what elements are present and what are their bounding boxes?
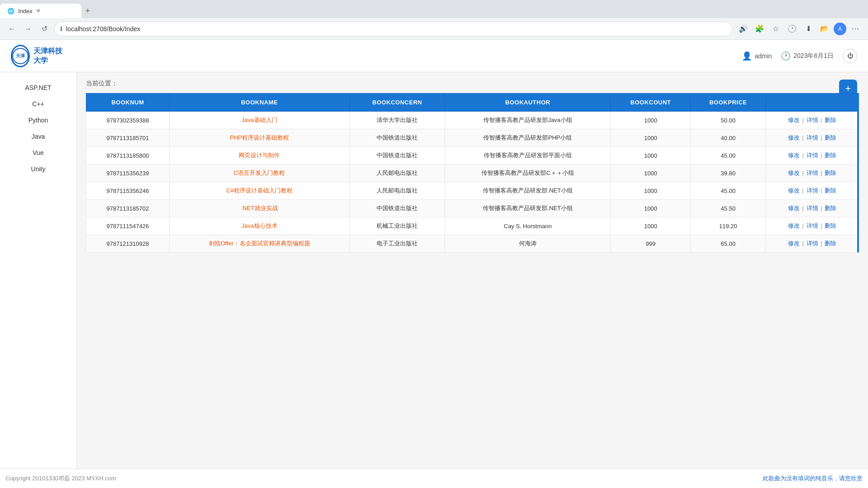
table-row: 9787115356246C#程序设计基础入门教程人民邮电出版社传智播客高教产品… — [86, 182, 859, 200]
sidebar-item-java[interactable]: Java — [0, 128, 76, 145]
tab-favicon: 🌐 — [7, 8, 14, 14]
col-bookconcern: BOOKCONCERN — [349, 94, 445, 112]
cell-bookconcern: 电子工业出版社 — [349, 235, 445, 253]
cell-booknum: 9787121310928 — [86, 235, 170, 253]
sidebar-item-cpp[interactable]: C++ — [0, 96, 76, 112]
tab-close-btn[interactable]: ✕ — [36, 8, 41, 14]
admin-label: admin — [755, 52, 772, 60]
detail-link[interactable]: 详情 — [807, 134, 818, 141]
cell-bookname: Java基础入门 — [169, 112, 349, 129]
col-bookauthor: BOOKAUTHOR — [445, 94, 611, 112]
cell-actions: 修改 | 详情 | 删除 — [766, 200, 859, 217]
favorites-btn[interactable]: ☆ — [769, 22, 783, 36]
edit-link[interactable]: 修改 — [788, 134, 800, 141]
delete-link[interactable]: 删除 — [825, 205, 836, 211]
user-avatar[interactable]: A — [834, 23, 846, 35]
delete-link[interactable]: 删除 — [825, 240, 836, 247]
detail-link[interactable]: 详情 — [807, 187, 818, 194]
address-bar[interactable]: ℹ localhost:2708/Book/Index — [54, 22, 732, 36]
cell-bookname: C#程序设计基础入门教程 — [169, 182, 349, 200]
col-bookcount: BOOKCOUNT — [611, 94, 691, 112]
app-footer: Copyright 20101330邓磊 2023 MYXH.com 此歌曲为没… — [0, 469, 868, 488]
edit-link[interactable]: 修改 — [788, 152, 800, 159]
sidebar-item-vue[interactable]: Vue — [0, 145, 76, 161]
edit-link[interactable]: 修改 — [788, 169, 800, 176]
cell-booknum: 9787115356239 — [86, 164, 170, 182]
cell-booknum: 9787113185701 — [86, 129, 170, 147]
cell-bookauthor: 传智播客高教产品研发部C＋＋小组 — [445, 164, 611, 182]
book-table: BOOKNUM BOOKNAME BOOKCONCERN BOOKAUTHOR … — [86, 93, 859, 253]
more-btn[interactable]: ⋯ — [848, 22, 863, 36]
cell-actions: 修改 | 详情 | 删除 — [766, 217, 859, 235]
header-date: 🕐 2023年6月1日 — [781, 51, 834, 61]
cell-bookconcern: 人民邮电出版社 — [349, 164, 445, 182]
cell-bookconcern: 机械工业出版社 — [349, 217, 445, 235]
new-tab-btn[interactable]: + — [81, 5, 94, 17]
cell-bookconcern: 中国铁道出版社 — [349, 200, 445, 217]
detail-link[interactable]: 详情 — [807, 240, 818, 247]
cell-bookauthor: 传智播客高教产品研发部平面小组 — [445, 147, 611, 164]
delete-link[interactable]: 删除 — [825, 169, 836, 176]
header-right: 👤 admin 🕐 2023年6月1日 ⏻ — [742, 49, 857, 63]
cell-actions: 修改 | 详情 | 删除 — [766, 235, 859, 253]
cell-bookname: C语言开发入门教程 — [169, 164, 349, 182]
detail-link[interactable]: 详情 — [807, 152, 818, 159]
back-btn[interactable]: ← — [5, 23, 18, 35]
delete-link[interactable]: 删除 — [825, 222, 836, 229]
col-actions — [766, 94, 859, 112]
music-notice: 此歌曲为没有填词的纯音乐，请您欣赏 — [763, 474, 863, 483]
cell-bookauthor: 传智播客高教产品研发部.NET小组 — [445, 182, 611, 200]
browser-tab[interactable]: 🌐 Index ✕ — [0, 4, 81, 18]
detail-link[interactable]: 详情 — [807, 169, 818, 176]
cell-bookname: 网页设计与制作 — [169, 147, 349, 164]
cell-booknum: 9787113185702 — [86, 200, 170, 217]
read-aloud-btn[interactable]: 🔊 — [736, 22, 750, 36]
cell-actions: 修改 | 详情 | 删除 — [766, 129, 859, 147]
cell-bookconcern: 中国铁道出版社 — [349, 147, 445, 164]
sidebar-item-unity[interactable]: Unity — [0, 161, 76, 177]
sidebar-item-aspnet[interactable]: ASP.NET — [0, 80, 76, 96]
power-btn[interactable]: ⏻ — [843, 49, 857, 63]
table-row: 9787111547426Java核心技术机械工业出版社Cay S. Horst… — [86, 217, 859, 235]
col-bookprice: BOOKPRICE — [691, 94, 766, 112]
app-header: 天津 天津科技大学 👤 admin 🕐 2023年6月1日 ⏻ — [0, 40, 868, 72]
clock-icon: 🕐 — [781, 51, 791, 61]
edit-link[interactable]: 修改 — [788, 205, 800, 211]
history-btn[interactable]: 🕐 — [785, 22, 799, 36]
delete-link[interactable]: 删除 — [825, 117, 836, 123]
cell-bookprice: 45.00 — [691, 147, 766, 164]
forward-btn[interactable]: → — [22, 23, 34, 35]
table-row: 9787113185702.NET就业实战中国铁道出版社传智播客高教产品研发部.… — [86, 200, 859, 217]
cell-actions: 修改 | 详情 | 删除 — [766, 112, 859, 129]
date-label: 2023年6月1日 — [793, 52, 834, 60]
sidebar-item-python[interactable]: Python — [0, 112, 76, 128]
cell-bookcount: 1000 — [611, 217, 691, 235]
edit-link[interactable]: 修改 — [788, 240, 800, 247]
edit-link[interactable]: 修改 — [788, 117, 800, 123]
cell-booknum: 9787115356246 — [86, 182, 170, 200]
collections-btn[interactable]: 📂 — [817, 22, 832, 36]
detail-link[interactable]: 详情 — [807, 205, 818, 211]
cell-bookname: PHP程序设计基础教程 — [169, 129, 349, 147]
download-btn[interactable]: ⬇ — [801, 22, 816, 36]
table-header-row: BOOKNUM BOOKNAME BOOKCONCERN BOOKAUTHOR … — [86, 94, 859, 112]
cell-bookconcern: 人民邮电出版社 — [349, 182, 445, 200]
copyright-text: Copyright 20101330邓磊 2023 MYXH.com — [5, 474, 116, 483]
delete-link[interactable]: 删除 — [825, 134, 836, 141]
edit-link[interactable]: 修改 — [788, 222, 800, 229]
browser-addon-btn[interactable]: 🧩 — [752, 22, 767, 36]
cell-bookconcern: 中国铁道出版社 — [349, 129, 445, 147]
detail-link[interactable]: 详情 — [807, 222, 818, 229]
breadcrumb: 当前位置： — [86, 80, 859, 88]
delete-link[interactable]: 删除 — [825, 187, 836, 194]
address-text: localhost:2708/Book/Index — [66, 25, 726, 33]
header-user: 👤 admin — [742, 51, 772, 61]
cell-bookauthor: 传智播客高教产品研发部.NET小组 — [445, 200, 611, 217]
cell-actions: 修改 | 详情 | 删除 — [766, 147, 859, 164]
cell-actions: 修改 | 详情 | 删除 — [766, 164, 859, 182]
refresh-btn[interactable]: ↺ — [38, 23, 51, 35]
cell-bookauthor: Cay S. Horstmann — [445, 217, 611, 235]
delete-link[interactable]: 删除 — [825, 152, 836, 159]
detail-link[interactable]: 详情 — [807, 117, 818, 123]
edit-link[interactable]: 修改 — [788, 187, 800, 194]
